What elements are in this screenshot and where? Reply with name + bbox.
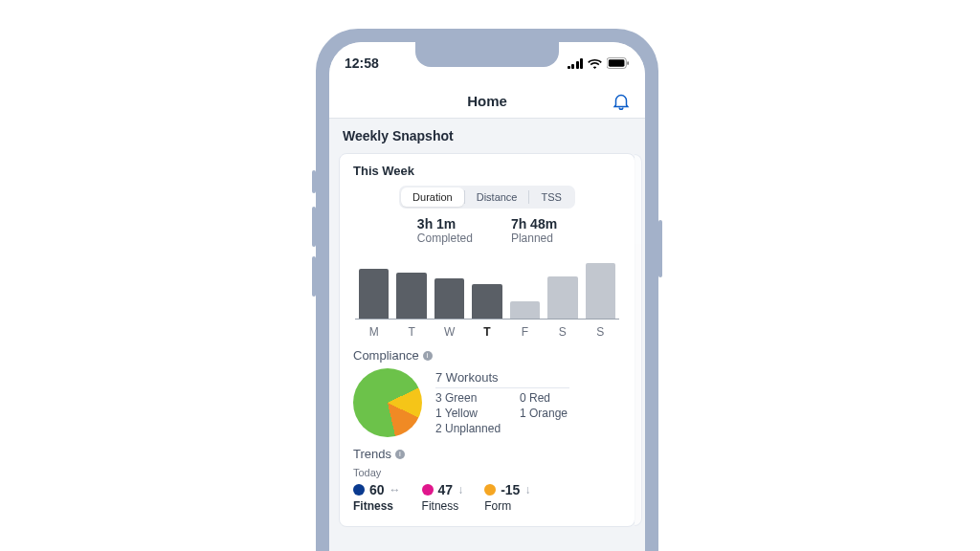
trend-name: Fitness — [353, 499, 401, 513]
trend-dot-icon — [422, 484, 434, 496]
trend-dot-icon — [353, 484, 365, 496]
battery-icon — [607, 57, 630, 69]
section-title: Weekly Snapshot — [329, 119, 645, 153]
seg-duration[interactable]: Duration — [401, 187, 464, 207]
compliance-stat: 2 Unplanned — [435, 422, 502, 435]
bar-m-0[interactable] — [359, 269, 389, 319]
wifi-icon — [588, 58, 602, 69]
trend-value: 60 — [369, 482, 385, 497]
this-week-card[interactable]: This Week DurationDistanceTSS 3h 1m Comp… — [339, 153, 635, 527]
completed-value: 3h 1m — [417, 216, 473, 231]
day-label: M — [355, 325, 392, 339]
phone-screen: 12:58 Home — [329, 42, 645, 551]
day-label: F — [506, 325, 544, 339]
signal-icon — [568, 58, 584, 69]
trend-name: Form — [484, 499, 530, 513]
seg-tss[interactable]: TSS — [529, 187, 572, 207]
day-label: W — [431, 325, 468, 339]
bar-t-3[interactable] — [472, 284, 501, 319]
phone-mockup: 12:58 Home — [316, 29, 658, 551]
status-time: 12:58 — [345, 55, 379, 71]
compliance-stat: 3 Green — [435, 391, 502, 405]
trend-arrow-icon: ↔ — [390, 483, 401, 496]
phone-side-button — [312, 207, 316, 247]
trend-name: Fitness — [422, 499, 464, 513]
svg-rect-1 — [609, 59, 625, 66]
phone-side-button — [658, 220, 662, 277]
info-icon[interactable]: i — [423, 351, 433, 361]
trends-heading: Trends — [353, 447, 391, 461]
day-axis: MTWTFSS — [355, 325, 619, 339]
bar-t-1[interactable] — [396, 273, 426, 319]
day-label: T — [392, 325, 430, 339]
phone-side-button — [312, 170, 316, 193]
planned-label: Planned — [511, 231, 557, 245]
svg-rect-2 — [627, 61, 629, 65]
metric-segmented-control: DurationDistanceTSS — [399, 186, 575, 209]
day-label: S — [582, 325, 619, 339]
info-icon[interactable]: i — [395, 450, 405, 459]
day-label: T — [468, 325, 505, 339]
compliance-stat: 0 Red — [520, 391, 569, 405]
notifications-button[interactable] — [611, 91, 632, 112]
seg-distance[interactable]: Distance — [465, 187, 529, 207]
day-label: S — [544, 325, 581, 339]
bar-f-4[interactable] — [510, 301, 540, 319]
completed-label: Completed — [417, 231, 473, 245]
trend-arrow-icon: ↓ — [524, 483, 530, 496]
nav-bar: Home — [329, 84, 645, 119]
weekly-bar-chart — [355, 251, 619, 320]
page-title: Home — [467, 93, 507, 109]
trends-sub: Today — [353, 467, 621, 478]
trend-item[interactable]: -15↓Form — [484, 482, 530, 513]
trend-item[interactable]: 60↔Fitness — [353, 482, 401, 513]
compliance-stat: 1 Yellow — [435, 407, 502, 420]
compliance-pie-chart — [353, 368, 422, 437]
card-title: This Week — [353, 164, 621, 178]
trend-value: -15 — [501, 482, 520, 497]
bar-s-5[interactable] — [547, 276, 577, 319]
phone-side-button — [312, 256, 316, 297]
compliance-stat: 1 Orange — [520, 407, 569, 420]
phone-notch — [415, 42, 559, 67]
compliance-heading: Compliance — [353, 348, 419, 363]
bar-s-6[interactable] — [586, 263, 615, 319]
compliance-workouts-total: 7 Workouts — [435, 370, 569, 388]
planned-value: 7h 48m — [511, 216, 557, 231]
trend-dot-icon — [484, 484, 496, 496]
bar-w-2[interactable] — [434, 278, 464, 319]
trend-item[interactable]: 47↓Fitness — [422, 482, 464, 513]
next-card-peek[interactable] — [635, 154, 642, 526]
trend-arrow-icon: ↓ — [457, 483, 463, 496]
trend-value: 47 — [438, 482, 454, 497]
